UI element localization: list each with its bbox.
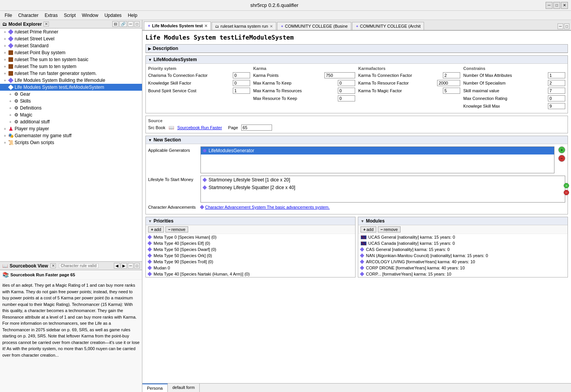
expand-street-level[interactable]: + xyxy=(2,37,8,41)
module-item-6[interactable]: CORP... [formativeYears] karma: 15 years… xyxy=(358,271,568,277)
minimize-btn[interactable]: ─ xyxy=(546,2,553,9)
priority-item-3[interactable]: Meta Type 50 [Species Ork] (0) xyxy=(146,252,355,259)
tab-life-modules[interactable]: ✦ Life Modules System test ✕ xyxy=(144,22,211,30)
tree-item-point-buy[interactable]: + ruleset Point Buy system xyxy=(0,49,142,56)
modules-header[interactable]: ▼ Modules xyxy=(358,217,568,225)
lifestyle-add-btn[interactable]: + xyxy=(564,183,569,188)
expand-definitions[interactable]: + xyxy=(8,106,13,110)
description-header[interactable]: ▶ Description xyxy=(146,45,568,53)
maximize-btn[interactable]: □ xyxy=(553,2,560,9)
menu-file[interactable]: File xyxy=(2,12,15,19)
maximize-panel-btn[interactable]: □ xyxy=(134,21,140,27)
karma-connection-input[interactable] xyxy=(443,72,460,78)
expand-skills[interactable]: + xyxy=(8,99,13,103)
link-btn[interactable]: 🔗 xyxy=(119,21,127,27)
priority-item-1[interactable]: Meta Type 40 [Species Elf] (0) xyxy=(146,240,355,246)
lifestyle-remove-btn[interactable]: − xyxy=(564,190,569,195)
expand-sum-basic[interactable]: + xyxy=(2,58,8,62)
tree-item-definitions[interactable]: + ⚙ Definitions xyxy=(0,105,142,111)
gen-add-btn[interactable]: + xyxy=(558,146,565,153)
life-modules-header[interactable]: ▼ LifeModulesSystem xyxy=(146,56,568,64)
bottom-tab-default-form[interactable]: default form xyxy=(168,384,200,392)
tree-item-life-modules-building[interactable]: + Life Modules System Building the lifem… xyxy=(0,77,142,84)
lifestyle-item-0[interactable]: Startmoney Lifestyle Street [1 dice x 20… xyxy=(201,176,565,184)
tree-item-street-level[interactable]: + ruleset Street Level xyxy=(0,35,142,42)
char-rule-valid-tab[interactable]: Character rule valid xyxy=(59,263,99,268)
tree-item-player[interactable]: + ♟ Player my player xyxy=(0,125,142,132)
expand-prime-runner[interactable]: + xyxy=(2,30,8,34)
menu-character[interactable]: Character xyxy=(15,12,42,19)
module-item-0[interactable]: UCAS General [nationality] karma: 15 yea… xyxy=(358,234,568,240)
tree-item-run-faster[interactable]: + ruleset The run faster generator syste… xyxy=(0,70,142,77)
tree-item-prime-runner[interactable]: + ruleset Prime Runner xyxy=(0,28,142,35)
tab-community-1[interactable]: ✦ COMMUNITY COLLEGE (Busine xyxy=(277,22,351,30)
tree-item-skills[interactable]: + ⚙ Skills xyxy=(0,98,142,105)
menu-script[interactable]: Script xyxy=(61,12,79,19)
max-connection-input[interactable] xyxy=(548,95,565,101)
generator-item-0[interactable]: LifeModulesGenerator xyxy=(201,147,554,154)
priorities-remove-btn[interactable]: − remove xyxy=(165,226,188,233)
expand-scripts[interactable]: + xyxy=(2,141,8,145)
num-specialism-input[interactable] xyxy=(548,80,565,86)
module-item-5[interactable]: CORP DRONE [formativeYears] karma: 40 ye… xyxy=(358,265,568,271)
expand-standard[interactable]: + xyxy=(2,44,8,48)
skill-max-input[interactable] xyxy=(548,88,565,94)
priorities-add-btn[interactable]: + add xyxy=(148,226,164,233)
minimize-panel-btn[interactable]: ─ xyxy=(128,21,134,27)
tree-item-standard[interactable]: + ruleset Standard xyxy=(0,42,142,49)
priority-item-2[interactable]: Meta Type 50 [Species Dwarf] (0) xyxy=(146,246,355,252)
knowledge-input[interactable] xyxy=(233,80,250,86)
max-resource-keep-input[interactable] xyxy=(338,95,355,101)
page-input[interactable] xyxy=(241,125,272,131)
module-item-1[interactable]: UCAS Canada [nationality] karma: 15 year… xyxy=(358,240,568,246)
sourcebook-close[interactable]: ✕ xyxy=(50,263,56,268)
expand-gear[interactable]: + xyxy=(8,92,13,96)
tab-bar-minimize[interactable]: ─ xyxy=(558,23,563,29)
tree-item-gm[interactable]: + 🎭 Gamemaster my game stuff xyxy=(0,132,142,139)
module-item-2[interactable]: CAS General [nationality] karma: 15 year… xyxy=(358,246,568,252)
menu-window[interactable]: Window xyxy=(79,12,102,19)
expand-player[interactable]: + xyxy=(2,127,8,131)
module-item-3[interactable]: NAN (Algonkian-Manitou Council) [nationa… xyxy=(358,252,568,259)
module-item-4[interactable]: ARCOLOGY LIVING [formativeYears] karma: … xyxy=(358,259,568,265)
priority-item-4[interactable]: Meta Type 90 [Species Troll] (0) xyxy=(146,259,355,265)
max-karma-keep-input[interactable] xyxy=(338,80,355,86)
tree-item-sum-basic[interactable]: + ruleset The sum to ten system basic xyxy=(0,56,142,63)
model-explorer-close[interactable]: ✕ xyxy=(43,22,49,27)
expand-run-faster[interactable]: + xyxy=(2,71,8,76)
sourcebook-prev[interactable]: ◀ xyxy=(114,263,120,269)
modules-remove-btn[interactable]: − remove xyxy=(378,226,401,233)
sourcebook-maximize[interactable]: □ xyxy=(134,263,140,269)
src-book-link[interactable]: Sourcebook Run Faster xyxy=(177,125,222,130)
max-attributes-input[interactable] xyxy=(548,72,565,78)
tree-item-scripts[interactable]: + 📜 Scripts Own scripts xyxy=(0,139,142,146)
priority-item-6[interactable]: Meta Type 40 [Species Nartaki (Human, 4 … xyxy=(146,271,355,277)
tree-item-sum[interactable]: + ruleset The sum to ten system xyxy=(0,63,142,70)
gen-remove-btn[interactable]: − xyxy=(558,155,565,162)
priority-item-5[interactable]: Mudan 0 xyxy=(146,265,355,271)
tree-item-gear[interactable]: + ⚙ Gear xyxy=(0,91,142,98)
tab-karma[interactable]: 🗂 ruleset karma system run ✕ xyxy=(212,22,276,30)
karma-magic-input[interactable] xyxy=(443,88,460,94)
knowledge-max-input[interactable] xyxy=(548,103,565,109)
priorities-header[interactable]: ▼ Priorities xyxy=(146,217,355,225)
priority-item-0[interactable]: Meta Type 0 [Species Human] (0) xyxy=(146,234,355,240)
expand-additional[interactable]: + xyxy=(8,120,13,124)
tree-item-additional[interactable]: + ⚙ additional stuff xyxy=(0,118,142,125)
expand-magic[interactable]: + xyxy=(8,113,13,117)
close-btn[interactable]: ✕ xyxy=(561,2,568,9)
collapse-all-btn[interactable]: ⊟ xyxy=(112,21,119,27)
new-section-header[interactable]: ▼ New Section xyxy=(146,136,568,144)
sourcebook-minimize[interactable]: ─ xyxy=(128,263,134,269)
tab-community-2[interactable]: ✦ COMMUNITY COLLEGE (Archit xyxy=(352,22,424,30)
menu-extras[interactable]: Extras xyxy=(42,12,61,19)
expand-life-modules-building[interactable]: + xyxy=(2,78,8,83)
expand-sum[interactable]: + xyxy=(2,65,8,69)
menu-updates[interactable]: Updates xyxy=(101,12,125,19)
tab-karma-close[interactable]: ✕ xyxy=(270,24,273,28)
charisma-input[interactable] xyxy=(233,72,250,78)
char-adv-link[interactable]: Character Advancement System The basic a… xyxy=(200,205,330,209)
modules-add-btn[interactable]: + add xyxy=(361,226,376,233)
expand-gm[interactable]: + xyxy=(2,134,8,138)
sourcebook-next[interactable]: ▶ xyxy=(121,263,127,269)
